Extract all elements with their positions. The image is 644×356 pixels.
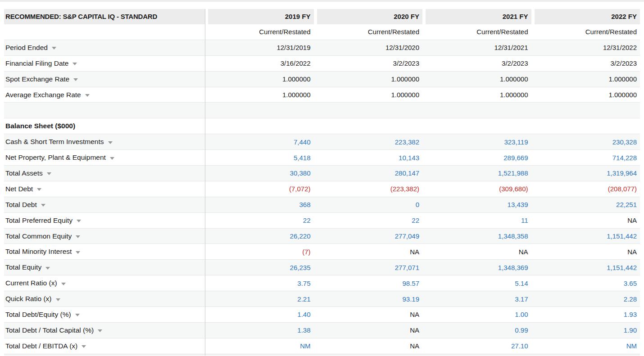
value-cell[interactable]: 2.28 [531, 295, 640, 303]
dropdown-arrow-icon[interactable] [47, 172, 51, 175]
value-cell[interactable]: 5,418 [205, 154, 314, 162]
row-label[interactable]: Cash & Short Term Investments [4, 134, 205, 149]
value-cell: 1.000000 [422, 75, 531, 83]
row-label[interactable]: Total Debt/Equity (%) [4, 307, 205, 322]
column-header-2022fy: 2022 FY [535, 9, 640, 24]
value-cell[interactable]: 22,251 [531, 201, 640, 208]
row-label-text: Total Assets [5, 169, 43, 177]
value-cell[interactable]: 223,382 [314, 138, 423, 146]
value-cell[interactable]: 93.19 [314, 295, 423, 303]
value-cell[interactable]: 3.17 [422, 295, 531, 303]
value-cell: NA [314, 248, 423, 256]
value-cell[interactable]: 2.21 [205, 295, 314, 303]
dropdown-arrow-icon[interactable] [110, 157, 114, 160]
value-cell[interactable]: NM [205, 342, 314, 350]
value-cell[interactable]: 26,235 [205, 264, 314, 271]
value-cell[interactable]: 323,119 [422, 138, 531, 146]
row-label[interactable]: Period Ended [4, 40, 205, 55]
dropdown-arrow-icon[interactable] [45, 267, 50, 270]
value-cell: 3/16/2022 [205, 59, 314, 67]
table-row: Total Minority Interest (7)NANANA [4, 244, 640, 260]
dropdown-arrow-icon[interactable] [76, 251, 80, 254]
row-label[interactable]: Total Debt / EBITDA (x) [4, 338, 205, 354]
dropdown-arrow-icon[interactable] [52, 47, 56, 50]
value-cell[interactable]: 3.75 [205, 279, 314, 287]
value-cell[interactable]: 1,521,988 [422, 169, 531, 177]
row-label[interactable]: Total Debt [4, 197, 205, 212]
value-cell[interactable]: 30,380 [205, 169, 314, 177]
row-label[interactable]: Net Property, Plant & Equipment [4, 150, 205, 165]
dropdown-arrow-icon[interactable] [98, 329, 102, 332]
row-label[interactable]: Total Minority Interest [4, 244, 205, 259]
value-cell[interactable]: (7,072) [205, 185, 314, 193]
dropdown-arrow-icon[interactable] [37, 188, 41, 191]
row-label[interactable]: Current Ratio (x) [4, 275, 205, 291]
row-label[interactable]: Total Preferred Equity [4, 213, 205, 228]
value-cell[interactable]: 277,071 [314, 264, 423, 271]
value-cell[interactable]: 1.90 [531, 326, 640, 334]
row-label[interactable]: Financial Filing Date [4, 56, 205, 71]
value-cell: Current/Restated [205, 28, 314, 36]
dropdown-arrow-icon[interactable] [61, 283, 66, 285]
value-cell[interactable]: 1,151,442 [531, 232, 640, 240]
dropdown-arrow-icon[interactable] [73, 78, 78, 81]
value-cell[interactable]: 98.57 [314, 279, 423, 287]
value-cell[interactable]: 11 [422, 216, 531, 224]
value-cell[interactable]: 714,228 [531, 154, 640, 162]
row-label[interactable]: Total Debt / Total Capital (%) [4, 323, 205, 338]
value-cell: Current/Restated [531, 28, 640, 36]
value-cell[interactable]: 5.14 [422, 279, 531, 287]
row-label[interactable]: Total Assets [4, 166, 205, 181]
dropdown-arrow-icon[interactable] [82, 345, 86, 348]
row-label[interactable]: Quick Ratio (x) [4, 291, 205, 306]
dropdown-arrow-icon[interactable] [41, 204, 45, 207]
value-cell[interactable]: 10,143 [314, 154, 423, 162]
value-cell[interactable]: 22 [314, 216, 423, 224]
row-label[interactable]: Net Debt [4, 181, 205, 197]
value-cell[interactable]: 27.10 [422, 342, 531, 350]
value-cell[interactable]: 1,348,369 [422, 264, 531, 271]
value-cell[interactable]: 13,439 [422, 201, 531, 208]
value-cell[interactable]: 230,328 [531, 138, 640, 146]
value-cell[interactable]: 1.38 [205, 326, 314, 334]
row-label[interactable]: Total Equity [4, 260, 205, 275]
value-cell: NA [531, 216, 640, 224]
value-cell[interactable]: 7,440 [205, 138, 314, 146]
value-cell: 1.000000 [531, 75, 640, 83]
dropdown-arrow-icon[interactable] [75, 314, 80, 316]
value-cell[interactable]: 1.00 [422, 311, 531, 318]
dropdown-arrow-icon[interactable] [73, 63, 77, 65]
row-label[interactable]: Spot Exchange Rate [4, 72, 205, 87]
value-cell[interactable]: 289,669 [422, 154, 531, 162]
dropdown-arrow-icon[interactable] [108, 141, 113, 144]
row-label-text: Total Debt/Equity (%) [5, 311, 71, 319]
value-cell: NA [314, 311, 423, 318]
value-cell[interactable]: 26,220 [205, 232, 314, 240]
table-row: Net Property, Plant & Equipment 5,41810,… [4, 150, 640, 166]
value-cell[interactable]: 1.40 [205, 311, 314, 318]
dropdown-arrow-icon[interactable] [76, 235, 80, 238]
dropdown-arrow-icon[interactable] [77, 220, 81, 222]
row-label[interactable]: Total Common Equity [4, 229, 205, 244]
row-label[interactable]: Average Exchange Rate [4, 87, 205, 103]
value-cell[interactable]: NM [531, 342, 640, 350]
value-cell[interactable]: 1,151,442 [531, 264, 640, 271]
value-cell[interactable]: 1,319,964 [531, 169, 640, 177]
dropdown-arrow-icon[interactable] [85, 94, 90, 97]
value-cell[interactable]: 280,147 [314, 169, 423, 177]
dropdown-arrow-icon[interactable] [56, 298, 60, 301]
value-cell[interactable]: (309,680) [422, 185, 531, 193]
value-cell[interactable]: (223,382) [314, 185, 423, 193]
value-cell[interactable]: 1.93 [531, 311, 640, 318]
value-cell[interactable]: 22 [205, 216, 314, 224]
value-cell[interactable]: 0 [314, 201, 423, 208]
row-values: (7)NANANA [205, 244, 640, 259]
label-column-divider [205, 9, 205, 356]
value-cell[interactable]: 3.65 [531, 279, 640, 287]
value-cell[interactable]: (208,077) [531, 185, 640, 193]
value-cell[interactable]: 277,049 [314, 232, 423, 240]
value-cell[interactable]: (7) [205, 248, 314, 256]
value-cell[interactable]: 0.99 [422, 326, 531, 334]
value-cell[interactable]: 368 [205, 201, 314, 208]
value-cell[interactable]: 1,348,358 [422, 232, 531, 240]
